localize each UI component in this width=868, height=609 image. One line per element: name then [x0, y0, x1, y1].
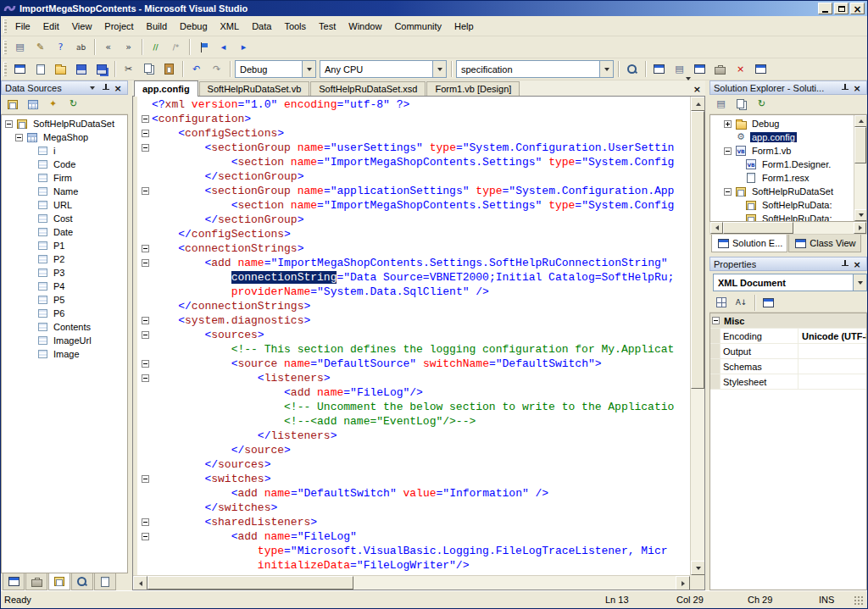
- solution-configuration-combo[interactable]: Debug: [235, 60, 316, 78]
- data-source-tree-item[interactable]: Date: [2, 225, 127, 239]
- show-all-files-button[interactable]: [732, 95, 751, 113]
- data-source-tree-item[interactable]: SoftHelpRuDataSet: [2, 117, 127, 130]
- tool-window-tab-5[interactable]: [94, 573, 116, 590]
- vertical-scroll-thumb[interactable]: [691, 111, 704, 389]
- code-area[interactable]: <?xml version="1.0" encoding="utf-8" ?><…: [133, 97, 690, 575]
- menu-edit[interactable]: Edit: [37, 18, 65, 35]
- code-line[interactable]: <listeners>: [133, 371, 690, 385]
- solution-explorer-button[interactable]: [649, 60, 669, 79]
- collapse-icon[interactable]: [712, 317, 720, 324]
- scroll-right-button[interactable]: [676, 576, 690, 590]
- maximize-button[interactable]: [834, 3, 849, 14]
- code-line[interactable]: connectionString="Data Source=VBNET2000;…: [133, 270, 690, 285]
- code-editor[interactable]: <?xml version="1.0" encoding="utf-8" ?><…: [132, 97, 705, 590]
- collapse-icon[interactable]: [724, 188, 732, 196]
- tool-window-tab-4[interactable]: [71, 573, 93, 590]
- solution-explorer-header[interactable]: Solution Explorer - Soluti...: [709, 80, 867, 95]
- data-source-tree-item[interactable]: ImageUrl: [2, 334, 127, 347]
- tool-window-tab-2[interactable]: [25, 573, 47, 590]
- solution-tree-item[interactable]: Form1.Designer.: [710, 158, 854, 171]
- save-all-button[interactable]: [92, 60, 111, 79]
- copy-button[interactable]: [139, 60, 159, 79]
- expand-icon[interactable]: [724, 120, 732, 128]
- panel-tab-class-view[interactable]: Class View: [788, 235, 860, 252]
- data-source-tree-item[interactable]: Contents: [2, 320, 127, 334]
- cut-button[interactable]: ✂: [119, 60, 138, 79]
- scroll-left-button[interactable]: [133, 576, 147, 590]
- data-source-tree-item[interactable]: Cost: [2, 212, 127, 225]
- menu-debug[interactable]: Debug: [174, 18, 213, 35]
- toggle-bookmark-button[interactable]: [193, 38, 213, 57]
- fold-collapse-icon[interactable]: [142, 331, 149, 339]
- member-list-button[interactable]: ▤: [10, 38, 30, 57]
- data-source-tree-item[interactable]: P5: [2, 293, 127, 307]
- save-button[interactable]: [71, 60, 91, 79]
- menu-data[interactable]: Data: [246, 18, 277, 35]
- code-line[interactable]: <source name="DefaultSource" switchName=…: [133, 357, 690, 371]
- data-source-tree-item[interactable]: Name: [2, 185, 127, 198]
- active-files-dropdown-button[interactable]: [686, 80, 691, 96]
- paste-button[interactable]: [159, 60, 179, 79]
- editor-horizontal-scrollbar[interactable]: [133, 575, 690, 590]
- code-line[interactable]: <sectionGroup name="applicationSettings"…: [133, 184, 690, 198]
- data-source-tree-item[interactable]: URL: [2, 198, 127, 212]
- auto-hide-button[interactable]: [838, 258, 850, 269]
- configure-wizard-button[interactable]: ✦: [43, 95, 63, 113]
- window-resize-grip[interactable]: [853, 595, 864, 606]
- close-panel-button[interactable]: [851, 82, 863, 93]
- tool-window-tab-1[interactable]: [3, 573, 25, 590]
- fold-collapse-icon[interactable]: [142, 144, 149, 152]
- panel-tab-solution-e-[interactable]: Solution E...: [711, 235, 787, 252]
- fold-collapse-icon[interactable]: [142, 317, 149, 324]
- vertical-scroll-thumb[interactable]: [854, 127, 866, 163]
- data-source-tree-item[interactable]: P3: [2, 266, 127, 280]
- parameter-info-button[interactable]: ✎: [31, 38, 50, 57]
- code-line[interactable]: </sectionGroup>: [133, 169, 690, 184]
- data-source-tree-item[interactable]: P1: [2, 239, 127, 252]
- properties-header[interactable]: Properties: [709, 257, 867, 271]
- property-category[interactable]: Misc: [710, 313, 866, 329]
- data-source-tree-item[interactable]: i: [2, 144, 127, 158]
- next-bookmark-button[interactable]: ▸: [234, 38, 253, 57]
- fold-collapse-icon[interactable]: [142, 374, 149, 382]
- menu-community[interactable]: Community: [388, 18, 448, 35]
- toolbox-button[interactable]: [710, 60, 730, 79]
- close-button[interactable]: [850, 3, 865, 14]
- fold-collapse-icon[interactable]: [142, 475, 149, 483]
- quick-info-button[interactable]: ?: [51, 38, 70, 57]
- solution-explorer-hscrollbar[interactable]: [709, 222, 867, 235]
- code-line[interactable]: </configSections>: [133, 227, 690, 241]
- close-document-button[interactable]: [693, 80, 701, 96]
- code-line[interactable]: </listeners>: [133, 429, 690, 443]
- menu-view[interactable]: View: [66, 18, 98, 35]
- refresh-button[interactable]: ↻: [752, 95, 771, 113]
- menu-help[interactable]: Help: [448, 18, 480, 35]
- solution-explorer-vscrollbar[interactable]: [854, 115, 866, 221]
- edit-dataset-designer-button[interactable]: [23, 95, 42, 113]
- fold-collapse-icon[interactable]: [142, 187, 149, 195]
- fold-collapse-icon[interactable]: [142, 130, 149, 137]
- code-line[interactable]: <sources>: [133, 328, 690, 342]
- chevron-down-icon[interactable]: [432, 61, 446, 77]
- open-file-button[interactable]: [51, 60, 70, 79]
- minimize-button[interactable]: [818, 3, 832, 14]
- data-source-tree-item[interactable]: Firm: [2, 171, 127, 185]
- code-line[interactable]: <connectionStrings>: [133, 241, 690, 256]
- scroll-down-button[interactable]: [854, 209, 867, 221]
- data-source-tree-item[interactable]: P6: [2, 307, 127, 320]
- data-source-tree-item[interactable]: Image: [2, 347, 127, 361]
- menu-project[interactable]: Project: [98, 18, 139, 35]
- window-position-button[interactable]: [86, 82, 98, 93]
- code-line[interactable]: <add name="ImportMegaShopContents.Settin…: [133, 256, 690, 270]
- code-line[interactable]: </source>: [133, 443, 690, 457]
- menu-file[interactable]: File: [9, 18, 36, 35]
- menu-test[interactable]: Test: [313, 18, 342, 35]
- categorized-button[interactable]: [711, 293, 731, 312]
- close-panel-button[interactable]: [112, 82, 124, 93]
- immediate-window-button[interactable]: [751, 60, 771, 79]
- object-browser-button[interactable]: [690, 60, 709, 79]
- solution-explorer-tree[interactable]: Debug⚙app.configForm1.vbForm1.Designer.F…: [710, 115, 854, 221]
- alphabetical-button[interactable]: A↓: [732, 293, 751, 312]
- data-source-tree-item[interactable]: P4: [2, 280, 127, 293]
- add-item-button[interactable]: [31, 60, 50, 79]
